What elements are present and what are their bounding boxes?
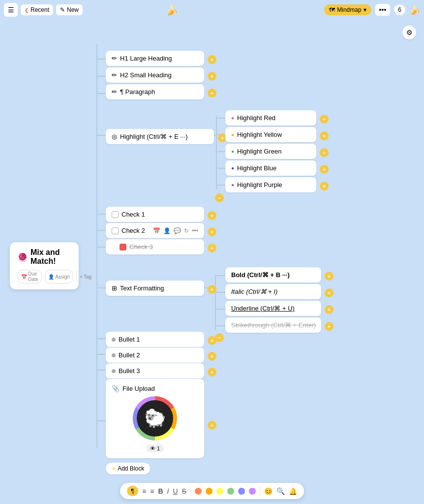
person-action-icon[interactable]: 👤: [163, 227, 171, 234]
check2-node[interactable]: Check 2 📅 👤 💬 ↻ •••: [106, 223, 204, 238]
mindmap-button[interactable]: 🗺 Mindmap ▾: [324, 4, 371, 15]
highlight-children-collapse-button[interactable]: −: [215, 193, 224, 202]
toolbar-strikethrough-icon[interactable]: S: [182, 487, 186, 495]
check2-checkbox[interactable]: [112, 227, 119, 234]
file-upload-icon: 📎: [112, 385, 120, 392]
highlight-blue-add-button[interactable]: +: [320, 165, 329, 174]
italic-add-button[interactable]: +: [325, 288, 333, 297]
more-button[interactable]: •••: [375, 4, 391, 16]
due-date-chip[interactable]: 📅 Due Date: [18, 270, 42, 284]
refresh-action-icon[interactable]: ↻: [184, 227, 189, 234]
bullet1-add-button[interactable]: +: [208, 336, 216, 345]
toolbar-color-yellow[interactable]: [216, 488, 223, 495]
file-upload-label: File Upload: [122, 385, 155, 392]
toolbar-bold-icon[interactable]: B: [158, 487, 163, 495]
check3-add-button[interactable]: +: [208, 244, 216, 252]
bold-add-button[interactable]: +: [325, 272, 333, 281]
highlight-blue-node[interactable]: ● Highlight Blue: [225, 160, 316, 176]
new-button[interactable]: ✎ New: [56, 4, 83, 15]
check2-add-button[interactable]: +: [208, 227, 216, 236]
file-upload-header: 📎 File Upload: [112, 385, 155, 392]
toolbar-color-red[interactable]: [195, 488, 202, 495]
underline-add-button[interactable]: +: [325, 305, 333, 314]
toolbar-italic-icon[interactable]: I: [167, 487, 169, 495]
bullet3-label: Bullet 3: [119, 367, 140, 375]
toolbar-search-icon[interactable]: 🔍: [276, 487, 285, 495]
check1-add-button[interactable]: +: [208, 211, 216, 220]
h1-add-button[interactable]: +: [208, 55, 216, 64]
highlight-red-add-button[interactable]: +: [320, 115, 329, 124]
recent-button[interactable]: ❮ Recent: [21, 4, 53, 15]
add-block-button[interactable]: + Add Block: [106, 463, 150, 474]
highlight-yellow-add-button[interactable]: +: [320, 131, 329, 140]
main-card-emoji: 🧶: [18, 252, 28, 262]
tag-chip[interactable]: + Tag: [76, 270, 95, 284]
main-card-title: 🧶 Mix and Match!: [18, 248, 71, 266]
bullet1-node[interactable]: Bullet 1: [106, 332, 204, 347]
file-upload-add-button[interactable]: +: [208, 421, 216, 430]
calendar-icon: 📅: [21, 274, 27, 280]
toolbar-color-purple[interactable]: [249, 488, 256, 495]
bullet2-add-button[interactable]: +: [208, 352, 216, 361]
check3-label: Check 3: [129, 243, 153, 251]
underline-node[interactable]: Underline (Ctrl/⌘ + U): [225, 301, 321, 316]
check3-node[interactable]: ⋮ Check 3: [106, 239, 204, 254]
highlight-green-node[interactable]: ● Highlight Green: [225, 144, 316, 159]
calendar-action-icon[interactable]: 📅: [153, 227, 160, 234]
toolbar-bell-icon[interactable]: 🔔: [289, 487, 297, 495]
highlight-yellow-node[interactable]: ● Highlight Yellow: [225, 127, 316, 142]
more-icon: •••: [379, 6, 387, 14]
check1-node[interactable]: Check 1: [106, 207, 204, 222]
bullet3-add-button[interactable]: +: [208, 368, 216, 377]
main-card-actions: 📅 Due Date 👤 Assign + Tag: [18, 270, 71, 284]
eye-icon: 👁: [150, 445, 155, 451]
sheep-emoji: 🐑: [144, 408, 166, 429]
file-upload-card[interactable]: 📎 File Upload 🐑 👁 1: [106, 379, 204, 458]
h2-add-button[interactable]: +: [208, 72, 216, 81]
para-add-button[interactable]: +: [208, 89, 216, 97]
bold-node[interactable]: Bold (Ctrl/⌘ + B ···): [225, 267, 321, 283]
h1-node[interactable]: ✏ H1 Large Heading: [106, 51, 204, 66]
bullet3-node[interactable]: Bullet 3: [106, 363, 204, 378]
toolbar-align-center-icon[interactable]: ≡: [150, 487, 154, 495]
italic-node[interactable]: Italic (Ctrl/⌘ + I): [225, 284, 321, 299]
back-icon: ❮: [25, 7, 29, 13]
bullet2-node[interactable]: Bullet 2: [106, 347, 204, 363]
text-formatting-label: Text Formatting: [120, 284, 164, 292]
hamburger-button[interactable]: ☰: [4, 3, 18, 17]
highlight-red-node[interactable]: ● Highlight Red: [225, 110, 316, 126]
toolbar-align-left-icon[interactable]: ≡: [142, 487, 146, 495]
toolbar-para-button[interactable]: ¶: [127, 486, 138, 496]
highlight-purple-node[interactable]: ● Highlight Purple: [225, 177, 316, 192]
highlight-green-add-button[interactable]: +: [320, 148, 329, 157]
toolbar-emoji-icon[interactable]: 😊: [264, 487, 273, 495]
h2-node[interactable]: ✏ H2 Small Heading: [106, 67, 204, 83]
highlight-purple-add-button[interactable]: +: [320, 182, 329, 190]
bottom-toolbar: ¶ ≡ ≡ B I U S 😊 🔍 🔔: [120, 483, 304, 499]
para-label: ¶ Paragraph: [120, 88, 155, 95]
text-formatting-node[interactable]: ⊞ Text Formatting: [106, 281, 204, 296]
toolbar-color-green[interactable]: [227, 488, 234, 495]
strikethrough-node[interactable]: Strikethrough (Ctrl/⌘ + Enter): [225, 317, 321, 333]
doc-title-input[interactable]: [182, 6, 241, 14]
check1-checkbox[interactable]: [112, 211, 119, 218]
drag-icon: ⋮: [112, 244, 117, 250]
text-formatting-add-button[interactable]: +: [208, 285, 216, 294]
strikethrough-add-button[interactable]: +: [325, 322, 333, 331]
highlight-node[interactable]: ◎ Highlight (Ctrl/⌘ + E ···): [106, 129, 214, 144]
italic-label: Italic (Ctrl/⌘ + I): [231, 288, 277, 295]
assign-chip[interactable]: 👤 Assign: [45, 270, 73, 284]
toolbar-underline-icon[interactable]: U: [173, 487, 178, 495]
highlight-yellow-label: Highlight Yellow: [237, 131, 282, 138]
toolbar-color-blue[interactable]: [238, 488, 245, 495]
top-bar-right: 🗺 Mindmap ▾ ••• 6 🍌: [324, 4, 420, 16]
toolbar-color-orange[interactable]: [206, 488, 212, 495]
person-icon: 👤: [48, 274, 54, 280]
new-label: New: [67, 6, 79, 13]
para-node[interactable]: ✏ ¶ Paragraph: [106, 84, 204, 99]
comment-action-icon[interactable]: 💬: [174, 227, 181, 234]
main-card[interactable]: 🧶 Mix and Match! 📅 Due Date 👤 Assign + T…: [10, 242, 79, 289]
reaction-badge[interactable]: 👁 1: [146, 444, 164, 452]
check3-checkbox[interactable]: [120, 244, 126, 251]
more-action-icon[interactable]: •••: [192, 227, 198, 234]
